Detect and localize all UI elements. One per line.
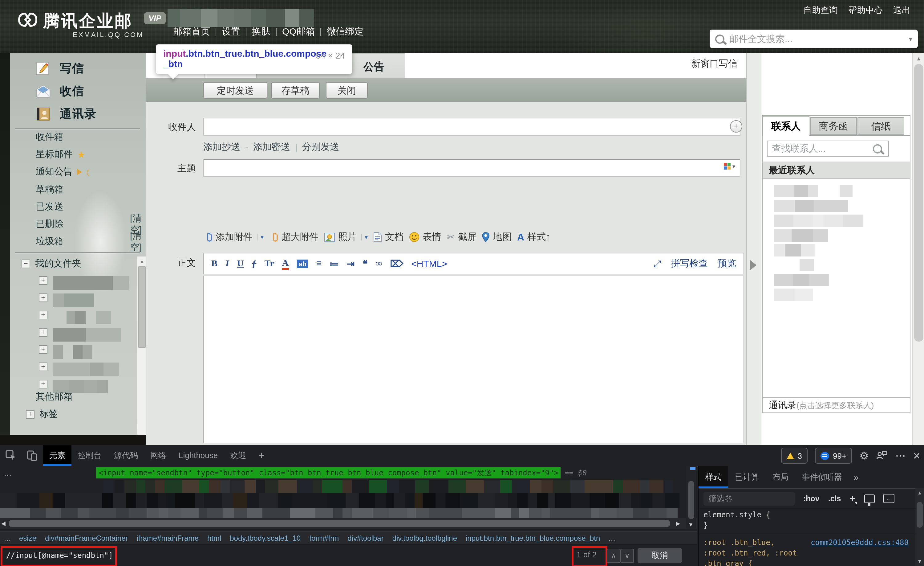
- link-icon[interactable]: ∞: [375, 258, 382, 269]
- page-scrollbar[interactable]: ▲: [912, 53, 924, 445]
- more-tabs-icon[interactable]: »: [849, 472, 864, 482]
- preview-link[interactable]: 预览: [718, 258, 736, 269]
- expand-plus-icon[interactable]: +: [39, 345, 47, 354]
- header-nav-qqmail[interactable]: QQ邮箱: [277, 26, 321, 38]
- breadcrumb-item[interactable]: div#toolbar: [343, 534, 388, 543]
- dom-vertical-scrollbar[interactable]: ▼: [686, 466, 696, 529]
- devtools-tab-network[interactable]: 网络: [144, 445, 172, 466]
- font-color-icon[interactable]: A: [282, 257, 289, 270]
- add-tab-icon[interactable]: +: [252, 450, 271, 462]
- breadcrumb-item[interactable]: html: [203, 534, 225, 543]
- new-style-rule-icon[interactable]: +: [850, 493, 856, 504]
- large-attachment-button[interactable]: 超大附件: [269, 231, 318, 243]
- editor-body[interactable]: [203, 275, 744, 443]
- tab-event-listeners[interactable]: 事件侦听器: [795, 466, 849, 488]
- empty-junk-link[interactable]: [清空]: [130, 230, 142, 253]
- devtools-tab-console[interactable]: 控制台: [72, 445, 108, 466]
- addressbook-link[interactable]: 通讯录: [769, 399, 796, 410]
- scroll-up-icon[interactable]: ▲: [137, 258, 146, 265]
- breadcrumb-item[interactable]: input.btn.btn_true.btn_blue.compose_btn: [461, 534, 604, 543]
- strikethrough-icon[interactable]: ƒ: [252, 258, 256, 269]
- subject-input[interactable]: [203, 159, 740, 177]
- tab-contacts[interactable]: 联系人: [763, 116, 809, 135]
- dom-highlight-row[interactable]: … <input name="sendbtn" type="button" cl…: [0, 466, 697, 480]
- styles-scrollbar-thumb[interactable]: [916, 502, 923, 528]
- more-options-icon[interactable]: ⋯: [896, 449, 906, 462]
- spellcheck-link[interactable]: 拼写检查: [671, 258, 708, 269]
- devtools-tab-sources[interactable]: 源代码: [108, 445, 144, 466]
- new-window-compose-link[interactable]: 新窗口写信: [691, 58, 737, 70]
- bold-icon[interactable]: B: [211, 258, 218, 269]
- italic-icon[interactable]: I: [225, 258, 229, 269]
- scroll-left-icon[interactable]: ◀: [0, 520, 6, 527]
- css-rule-selector[interactable]: .btn_gray {: [699, 557, 917, 566]
- feedback-icon[interactable]: [876, 450, 888, 461]
- contact-row-redacted[interactable]: [774, 274, 829, 286]
- sidebar-folder-announcements[interactable]: 通知公告: [36, 166, 82, 178]
- expand-plus-icon[interactable]: +: [39, 311, 47, 319]
- align-icon[interactable]: ≡: [316, 258, 321, 269]
- font-size-icon[interactable]: Tr: [264, 258, 274, 269]
- attachment-caret-icon[interactable]: ▾: [257, 234, 264, 241]
- folder-tree-item[interactable]: +: [39, 328, 132, 342]
- device-toolbar-icon[interactable]: [26, 450, 38, 462]
- add-attachment-button[interactable]: 添加附件▾: [203, 231, 264, 243]
- contact-row-redacted[interactable]: [774, 244, 832, 256]
- sidebar-folder-starred[interactable]: 星标邮件★: [36, 149, 86, 160]
- header-nav-skin[interactable]: 换肤: [246, 26, 276, 38]
- dom-selected-node[interactable]: <input name="sendbtn" type="button" clas…: [96, 467, 561, 479]
- photo-caret-icon[interactable]: ▾: [361, 234, 368, 241]
- contact-row-redacted[interactable]: [774, 215, 863, 227]
- inspect-element-icon[interactable]: [5, 450, 17, 462]
- sidebar-folder-drafts[interactable]: 草稿箱: [36, 184, 63, 196]
- sidebar-compose-button[interactable]: 写信: [35, 60, 84, 77]
- mail-fulltext-search[interactable]: 邮件全文搜索... ▾: [710, 30, 918, 48]
- contact-row-redacted[interactable]: [774, 289, 813, 301]
- contact-row-redacted[interactable]: [774, 200, 848, 212]
- highlight-color-icon[interactable]: ab: [297, 259, 308, 268]
- document-button[interactable]: 文档: [373, 231, 404, 243]
- add-bcc-link[interactable]: 添加密送: [253, 141, 290, 153]
- panel-collapse-handle[interactable]: [746, 53, 761, 445]
- devtools-tab-elements[interactable]: 元素: [43, 445, 72, 466]
- collapse-minus-icon[interactable]: −: [21, 259, 30, 268]
- breadcrumb-overflow-icon[interactable]: …: [604, 534, 619, 543]
- contact-row-redacted[interactable]: [774, 259, 814, 271]
- toggle-hover-state-button[interactable]: :hov: [803, 494, 820, 503]
- sidebar-scrollbar-thumb[interactable]: [138, 266, 146, 348]
- expand-plus-icon[interactable]: +: [39, 328, 47, 337]
- contact-row-redacted[interactable]: [774, 185, 852, 197]
- header-nav-home[interactable]: 邮箱首页: [168, 26, 216, 38]
- scroll-down-icon[interactable]: ▼: [917, 558, 922, 564]
- styles-scrollbar[interactable]: ▲ ▼: [915, 488, 924, 566]
- search-prev-button[interactable]: ∧: [607, 549, 620, 563]
- collapse-right-icon[interactable]: [750, 260, 756, 270]
- breadcrumb-item[interactable]: div#mainFrameContainer: [40, 534, 132, 543]
- sidebar-folder-inbox[interactable]: 收件箱: [36, 131, 63, 143]
- add-cc-link[interactable]: 添加抄送: [203, 141, 240, 153]
- html-mode-button[interactable]: <HTML>: [411, 258, 447, 269]
- breadcrumb-item[interactable]: iframe#mainFrame: [132, 534, 203, 543]
- clear-format-icon[interactable]: ⌦: [390, 258, 403, 269]
- top-link-selfquery[interactable]: 自助查询: [798, 5, 843, 16]
- sidebar-scrollbar[interactable]: ▲ ▼: [137, 256, 146, 435]
- add-recipient-button[interactable]: +: [730, 120, 742, 132]
- tab-styles[interactable]: 样式: [699, 466, 728, 488]
- toggle-class-button[interactable]: .cls: [828, 494, 841, 503]
- dom-horizontal-scrollbar[interactable]: ◀ ▶: [0, 518, 697, 529]
- to-input[interactable]: [203, 118, 740, 135]
- v-scrollbar-thumb[interactable]: [688, 481, 694, 519]
- devtools-tab-lighthouse[interactable]: Lighthouse: [172, 445, 224, 466]
- tab-stationery[interactable]: 信纸: [858, 117, 904, 135]
- css-rule-selector[interactable]: :root .btn_red, :root: [699, 547, 917, 557]
- list-icon[interactable]: ≔: [330, 258, 339, 269]
- issues-badge[interactable]: 3: [781, 448, 808, 464]
- scroll-up-icon[interactable]: ▲: [917, 490, 922, 496]
- expand-plus-icon[interactable]: +: [39, 363, 47, 371]
- breadcrumb-item[interactable]: div.toolbg.toolbgline: [388, 534, 461, 543]
- contacts-footer[interactable]: 通讯录(点击选择更多联系人): [763, 397, 910, 412]
- folder-tree-item[interactable]: +: [39, 294, 132, 307]
- css-source-link[interactable]: comm20105e9ddd.css:480: [811, 538, 909, 547]
- expand-plus-icon[interactable]: +: [26, 410, 34, 418]
- css-rule-selector[interactable]: :root .btn_blue,comm20105e9ddd.css:480: [699, 536, 917, 547]
